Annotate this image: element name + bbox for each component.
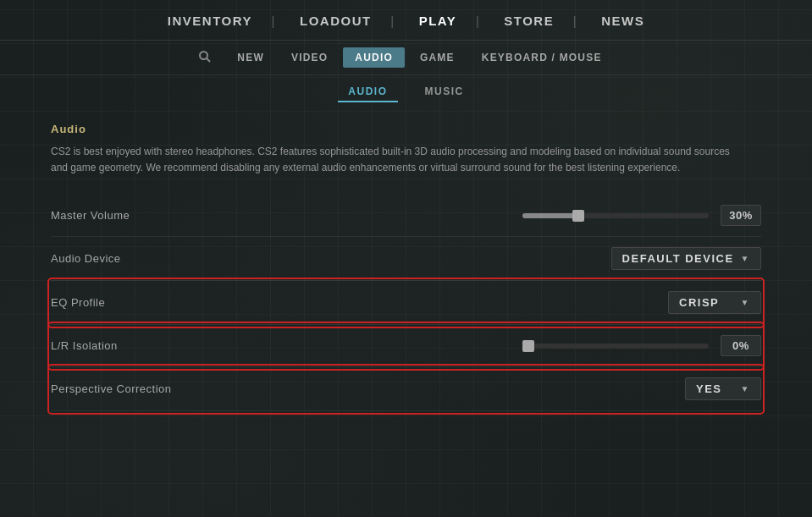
label-lr-isolation: L/R Isolation: [51, 339, 237, 352]
section-description: CS2 is best enjoyed with stereo headphon…: [51, 144, 745, 176]
label-perspective-correction: Perspective Correction: [51, 382, 237, 395]
lr-isolation-thumb[interactable]: [522, 340, 534, 352]
subnav-game[interactable]: GAME: [408, 47, 467, 68]
search-icon[interactable]: [198, 50, 212, 66]
setting-master-volume: Master Volume 30%: [51, 195, 761, 237]
svg-line-1: [207, 58, 210, 62]
control-audio-device: DEFAULT DEVICE ▼: [237, 247, 761, 270]
master-volume-slider[interactable]: [522, 213, 709, 218]
nav-store[interactable]: STORE: [480, 8, 577, 33]
subnav-keyboard-mouse[interactable]: KEYBOARD / MOUSE: [470, 47, 614, 68]
perspective-correction-value: YES: [696, 382, 722, 395]
control-lr-isolation: 0%: [237, 335, 761, 356]
svg-point-0: [200, 52, 207, 59]
tab-row: AUDIO MUSIC: [0, 75, 812, 106]
setting-perspective-correction: Perspective Correction YES ▼: [51, 367, 761, 411]
master-volume-thumb[interactable]: [572, 210, 584, 222]
label-eq-profile: EQ Profile: [51, 296, 237, 309]
label-audio-device: Audio Device: [51, 252, 237, 265]
eq-profile-value: CRISP: [679, 296, 719, 309]
perspective-correction-dropdown[interactable]: YES ▼: [685, 377, 761, 400]
setting-eq-profile: EQ Profile CRISP ▼: [51, 281, 761, 325]
perspective-correction-chevron: ▼: [741, 384, 750, 393]
tab-audio[interactable]: AUDIO: [338, 82, 397, 102]
label-master-volume: Master Volume: [51, 209, 237, 222]
lr-isolation-slider[interactable]: [522, 344, 709, 349]
nav-inventory[interactable]: INVENTORY: [144, 8, 276, 33]
subnav-audio[interactable]: AUDIO: [343, 47, 405, 68]
nav-play[interactable]: PLAY: [395, 8, 481, 33]
tab-music[interactable]: MUSIC: [415, 82, 474, 102]
main-navigation: INVENTORY LOADOUT PLAY STORE NEWS: [0, 0, 812, 41]
eq-profile-chevron: ▼: [741, 298, 750, 307]
control-eq-profile: CRISP ▼: [237, 291, 761, 314]
audio-device-dropdown[interactable]: DEFAULT DEVICE ▼: [611, 247, 761, 270]
nav-news[interactable]: NEWS: [577, 8, 668, 33]
nav-loadout[interactable]: LOADOUT: [276, 8, 395, 33]
eq-profile-dropdown[interactable]: CRISP ▼: [668, 291, 761, 314]
control-master-volume: 30%: [237, 205, 761, 226]
audio-device-chevron: ▼: [741, 254, 750, 263]
subnav-video[interactable]: VIDEO: [279, 47, 340, 68]
section-title: Audio: [51, 123, 761, 135]
settings-content: Audio CS2 is best enjoyed with stereo he…: [0, 106, 812, 428]
lr-isolation-value: 0%: [721, 335, 761, 356]
audio-device-value: DEFAULT DEVICE: [622, 252, 734, 265]
setting-lr-isolation: L/R Isolation 0%: [51, 325, 761, 367]
setting-audio-device: Audio Device DEFAULT DEVICE ▼: [51, 237, 761, 281]
subnav-new[interactable]: NEW: [225, 47, 276, 68]
master-volume-value: 30%: [721, 205, 761, 226]
control-perspective-correction: YES ▼: [237, 377, 761, 400]
sub-navigation: NEW VIDEO AUDIO GAME KEYBOARD / MOUSE: [0, 41, 812, 75]
master-volume-fill: [522, 213, 578, 218]
